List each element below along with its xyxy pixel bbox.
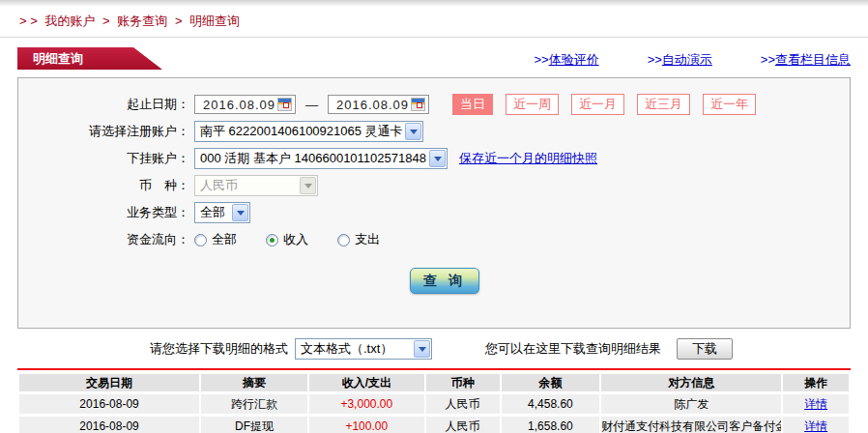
table-row: 2016-08-09 跨行汇款 +3,000.00 人民币 4,458.60 陈… xyxy=(19,394,849,414)
calendar-icon[interactable] xyxy=(277,98,292,111)
top-gradient-strip xyxy=(0,0,868,7)
last-week-button[interactable]: 近一周 xyxy=(506,94,559,115)
currency-select: 人民币 xyxy=(194,175,318,196)
fund-flow-options: 全部 收入 支出 xyxy=(194,231,409,248)
chevron-down-icon xyxy=(232,204,248,221)
last-month-button[interactable]: 近一月 xyxy=(571,94,624,115)
breadcrumb-separator: > xyxy=(102,14,110,28)
auto-demo-link[interactable]: >>自动演示 xyxy=(648,51,712,69)
col-currency: 币种 xyxy=(426,374,500,391)
query-form-panel: 起止日期： 2016.08.09 — 2016.08.09 当日 近一周 近一月… xyxy=(17,77,851,329)
col-summary: 摘要 xyxy=(201,374,307,391)
divider xyxy=(0,37,868,38)
currency-label: 币 种： xyxy=(18,177,194,194)
detail-link[interactable]: 详情 xyxy=(804,397,827,411)
cell-date: 2016-08-09 xyxy=(19,394,199,414)
sub-account-value: 000 活期 基本户 1406600101102571848 xyxy=(195,150,426,167)
header-links: >>体验评价 >>自动演示 >>查看栏目信息 xyxy=(534,51,851,69)
date-range-row: 起止日期： 2016.08.09 — 2016.08.09 当日 近一周 近一月… xyxy=(18,94,850,115)
chevron-down-icon xyxy=(414,340,430,358)
table-top-divider xyxy=(17,368,851,370)
fund-flow-label: 资金流向： xyxy=(18,231,194,248)
experience-rating-link[interactable]: >>体验评价 xyxy=(534,51,598,69)
end-date-input[interactable]: 2016.08.09 xyxy=(328,95,429,114)
today-button[interactable]: 当日 xyxy=(452,94,493,115)
cell-currency: 人民币 xyxy=(426,417,500,433)
currency-value: 人民币 xyxy=(195,177,238,194)
radio-icon[interactable] xyxy=(337,234,350,246)
business-type-value: 全部 xyxy=(195,204,225,221)
quick-range-buttons: 当日 近一周 近一月 近三月 近一年 xyxy=(452,94,756,115)
fund-flow-all-option[interactable]: 全部 xyxy=(194,231,237,248)
col-balance: 余额 xyxy=(502,374,600,391)
save-snapshot-link[interactable]: 保存近一个月的明细快照 xyxy=(459,150,597,167)
registered-account-select[interactable]: 南平 6222001406100921065 灵通卡 xyxy=(194,121,423,142)
business-type-label: 业务类型： xyxy=(18,204,194,221)
sub-account-label: 下挂账户： xyxy=(18,150,194,167)
col-counterparty: 对方信息 xyxy=(601,374,781,391)
fund-flow-all-label: 全部 xyxy=(212,231,237,248)
last-year-button[interactable]: 近一年 xyxy=(703,94,756,115)
registered-account-value: 南平 6222001406100921065 灵通卡 xyxy=(195,123,403,140)
calendar-icon[interactable] xyxy=(411,98,425,111)
download-format-label: 请您选择下载明细的格式 xyxy=(150,340,288,358)
cell-date: 2016-08-09 xyxy=(19,417,199,433)
date-range-label: 起止日期： xyxy=(18,96,194,113)
cell-amount: +100.00 xyxy=(309,417,423,433)
fund-flow-income-option[interactable]: 收入 xyxy=(266,231,308,248)
download-hint: 您可以在这里下载查询明细结果 xyxy=(485,340,661,358)
column-info-link[interactable]: >>查看栏目信息 xyxy=(761,51,851,69)
breadcrumb-item-account-query[interactable]: 账务查询 xyxy=(117,14,167,28)
fund-flow-expense-label: 支出 xyxy=(355,231,380,248)
business-type-select[interactable]: 全部 xyxy=(194,202,250,223)
col-amount: 收入/支出 xyxy=(309,374,423,391)
cell-summary: DF提现 xyxy=(201,417,307,433)
registered-account-row: 请选择注册账户： 南平 6222001406100921065 灵通卡 xyxy=(18,121,850,142)
end-date-value: 2016.08.09 xyxy=(336,98,409,112)
date-range-dash: — xyxy=(305,98,318,112)
cell-amount: +3,000.00 xyxy=(309,394,423,414)
start-date-input[interactable]: 2016.08.09 xyxy=(194,95,296,114)
fund-flow-row: 资金流向： 全部 收入 支出 xyxy=(18,229,850,250)
currency-row: 币 种： 人民币 xyxy=(18,175,850,196)
page-title-tab: 明细查询 xyxy=(17,47,162,70)
cell-counterparty: 陈广发 xyxy=(601,394,781,414)
cell-counterparty: 财付通支付科技有限公司客户备付金 xyxy=(601,417,781,433)
chevron-down-icon xyxy=(405,123,421,140)
table-header-row: 交易日期 摘要 收入/支出 币种 余额 对方信息 操作 xyxy=(19,374,849,391)
breadcrumb-separator: > xyxy=(175,14,183,28)
query-button[interactable]: 查 询 xyxy=(410,268,479,294)
transaction-table: 交易日期 摘要 收入/支出 币种 余额 对方信息 操作 2016-08-09 跨… xyxy=(17,371,851,433)
cell-summary: 跨行汇款 xyxy=(201,394,307,414)
section-header: 明细查询 >>体验评价 >>自动演示 >>查看栏目信息 xyxy=(0,45,868,77)
breadcrumb: > > 我的账户 > 账务查询 > 明细查询 xyxy=(0,7,868,30)
last-three-months-button[interactable]: 近三月 xyxy=(637,94,690,115)
col-date: 交易日期 xyxy=(19,374,199,391)
chevron-down-icon xyxy=(429,150,446,167)
radio-checked-icon[interactable] xyxy=(266,234,278,246)
download-row: 请您选择下载明细的格式 文本格式（.txt） 您可以在这里下载查询明细结果 下载 xyxy=(150,337,868,361)
cell-balance: 4,458.60 xyxy=(502,394,600,414)
download-format-value: 文本格式（.txt） xyxy=(296,340,392,358)
download-button[interactable]: 下载 xyxy=(677,338,733,360)
col-action: 操作 xyxy=(783,374,849,391)
radio-icon[interactable] xyxy=(194,234,207,246)
table-row: 2016-08-09 DF提现 +100.00 人民币 1,658.60 财付通… xyxy=(19,417,849,433)
download-format-select[interactable]: 文本格式（.txt） xyxy=(295,338,432,360)
detail-link[interactable]: 详情 xyxy=(804,419,827,433)
cell-currency: 人民币 xyxy=(426,394,500,414)
breadcrumb-item-detail-query: 明细查询 xyxy=(189,14,240,28)
start-date-value: 2016.08.09 xyxy=(203,98,275,112)
business-type-row: 业务类型： 全部 xyxy=(18,202,850,223)
cell-balance: 1,658.60 xyxy=(502,417,600,433)
chevron-down-icon xyxy=(300,177,316,194)
fund-flow-expense-option[interactable]: 支出 xyxy=(337,231,380,248)
sub-account-row: 下挂账户： 000 活期 基本户 1406600101102571848 保存近… xyxy=(18,148,850,169)
sub-account-select[interactable]: 000 活期 基本户 1406600101102571848 xyxy=(194,148,448,169)
breadcrumb-prefix: > > xyxy=(19,14,38,28)
fund-flow-income-label: 收入 xyxy=(283,231,308,248)
breadcrumb-item-my-account[interactable]: 我的账户 xyxy=(44,14,95,28)
registered-account-label: 请选择注册账户： xyxy=(18,123,194,140)
